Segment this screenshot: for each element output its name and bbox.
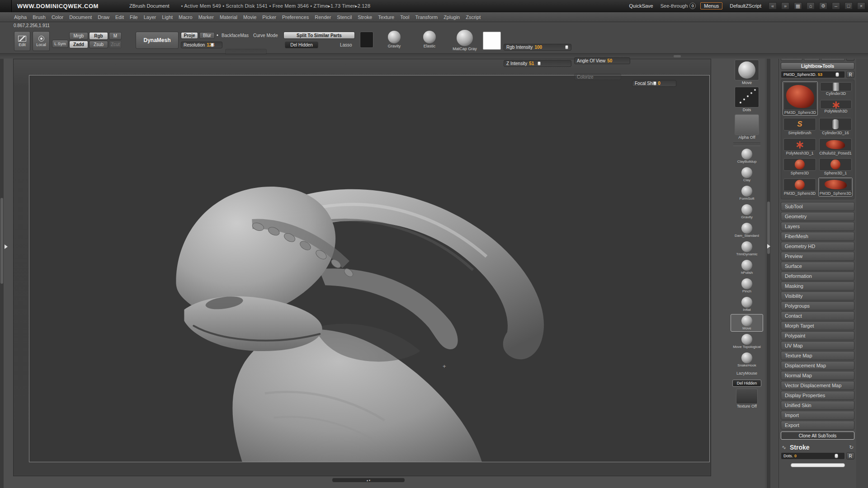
section-geometry[interactable]: Geometry (781, 212, 854, 221)
brush-claybuildup[interactable]: ClayBuildup (731, 147, 763, 165)
menu-render[interactable]: Render (312, 14, 333, 21)
menu-layer[interactable]: Layer (142, 14, 159, 21)
quicksave-button[interactable]: QuickSave (627, 2, 656, 9)
section-vector-displacement-map[interactable]: Vector Displacement Map (781, 381, 854, 390)
dynamesh-button[interactable]: DynaMesh (136, 32, 179, 49)
lightbox-tools-button[interactable]: Lightbox▸Tools (781, 62, 854, 70)
stroke-r-button[interactable]: R (846, 452, 854, 460)
brush-hpolish[interactable]: hPolish (731, 258, 763, 276)
focal-shift-slider[interactable]: Focal Shift 0 (632, 80, 676, 87)
menu-brush[interactable]: Brush (30, 14, 48, 21)
dock-right-icon[interactable]: » (781, 2, 789, 9)
menu-texture[interactable]: Texture (376, 14, 396, 21)
layout-grid-icon[interactable]: ▦ (794, 2, 802, 9)
resolution-knob[interactable] (211, 43, 214, 47)
zsub-button[interactable]: Zsub (89, 41, 108, 48)
split-similar-parts-button[interactable]: Split To Similar Parts (283, 32, 355, 39)
home-icon[interactable]: ⌂ (807, 2, 815, 9)
current-brush-thumb[interactable]: Move (733, 60, 760, 85)
menu-stencil[interactable]: Stencil (335, 14, 354, 21)
section-fibermesh[interactable]: FiberMesh (781, 232, 854, 241)
right-tray-scrollbar[interactable] (767, 59, 770, 488)
zscript-button[interactable]: DefaultZScript (727, 2, 764, 9)
curve-mode-button[interactable]: Curve Mode (253, 32, 278, 39)
stroke-refresh-icon[interactable]: ↻ (848, 444, 854, 450)
brush-trimdynamic[interactable]: TrimDynamic (731, 240, 763, 258)
tool-cylinder3d[interactable]: Cylinder3D (819, 81, 853, 98)
dock-left-icon[interactable]: « (769, 2, 777, 9)
section-subtool[interactable]: SubTool (781, 202, 854, 211)
menu-zplugin[interactable]: Zplugin (441, 14, 462, 21)
tool-pm3d-sphere3d-2[interactable]: PM3D_Sphere3D (783, 178, 817, 197)
document-canvas[interactable]: + (29, 75, 710, 462)
menu-draw[interactable]: Draw (95, 14, 112, 21)
elastic-brush-thumb[interactable]: Elastic (415, 31, 444, 48)
menu-edit[interactable]: Edit (113, 14, 126, 21)
lasso-button[interactable]: Lasso (340, 42, 352, 48)
brush-inflat[interactable]: Inflat (731, 296, 763, 313)
menu-tool[interactable]: Tool (398, 14, 411, 21)
preferences-gear-icon[interactable]: ⚙ (819, 2, 827, 9)
stroke-wave-icon[interactable]: ∿ (781, 444, 787, 450)
brush-clay[interactable]: Clay (731, 166, 763, 183)
section-contact[interactable]: Contact (781, 311, 854, 320)
current-tool-slider[interactable]: PM3D_Sphere3D. 53 (781, 71, 845, 78)
lazymouse-toggle[interactable]: LazyMouse (731, 370, 763, 377)
matcap-material-thumb[interactable]: MatCap Gray (450, 30, 479, 51)
gravity-brush-thumb[interactable]: Gravity (380, 31, 409, 48)
brush-pinch[interactable]: Pinch (731, 277, 763, 295)
tool-pm3d-sphere3d-selected[interactable]: PM3D_Sphere3D (783, 81, 818, 116)
stroke-preview-swatch[interactable] (360, 32, 373, 48)
right-tray-toggle-arrow[interactable] (767, 244, 770, 249)
menu-picker[interactable]: Picker (260, 14, 278, 21)
brush-move-selected[interactable]: Move (731, 314, 763, 332)
menu-macro[interactable]: Macro (176, 14, 195, 21)
left-scroll-handle[interactable] (0, 198, 3, 284)
menu-material[interactable]: Material (217, 14, 240, 21)
left-tray-scrollbar[interactable] (0, 59, 4, 488)
menu-color[interactable]: Color (49, 14, 66, 21)
rgb-intensity-knob[interactable] (565, 45, 568, 49)
section-geometry-hd[interactable]: Geometry HD (781, 242, 854, 251)
current-texture-thumb[interactable]: Texture Off (733, 389, 760, 408)
menus-toggle-button[interactable]: Menus (700, 2, 722, 9)
menu-movie[interactable]: Movie (241, 14, 259, 21)
mrgb-button[interactable]: Mrgb (69, 32, 88, 40)
local-button[interactable]: Local (33, 31, 50, 51)
menu-preferences[interactable]: Preferences (280, 14, 311, 21)
section-masking[interactable]: Masking (781, 282, 854, 291)
del-hidden-button[interactable]: Del Hidden (285, 42, 318, 48)
section-layers[interactable]: Layers (781, 222, 854, 231)
m-button[interactable]: M (109, 32, 122, 40)
tool-cylinder3d-16[interactable]: Cylinder3D_16 (818, 117, 853, 136)
sculpt-viewport[interactable] (29, 75, 710, 462)
z-intensity-slider[interactable]: Z Intensity 51 (504, 60, 571, 67)
current-stroke-thumb[interactable]: Dots (733, 87, 760, 112)
backface-mask-button[interactable]: BackfaceMas (222, 32, 249, 39)
menu-file[interactable]: File (127, 14, 140, 21)
section-preview[interactable]: Preview (781, 252, 854, 261)
section-unified-skin[interactable]: Unified Skin (781, 401, 854, 410)
stroke-dots-knob[interactable] (835, 454, 838, 458)
scroll-down-icon[interactable]: ▾ (369, 479, 370, 482)
scroll-up-icon[interactable]: ▴ (367, 479, 368, 482)
brush-formsoft[interactable]: FormSoft (731, 184, 763, 202)
section-texture-map[interactable]: Texture Map (781, 351, 854, 360)
tool-cthulu02-posed1[interactable]: Cthulu02_Posed1 (818, 137, 853, 156)
tool-sphere3d[interactable]: Sphere3D (783, 157, 817, 176)
section-polypaint[interactable]: Polypaint (781, 331, 854, 340)
divider-handle[interactable] (674, 55, 681, 57)
tool-polymesh3d[interactable]: ∗ PolyMesh3D (819, 99, 853, 116)
section-uv-map[interactable]: UV Map (781, 341, 854, 350)
tool-sphere3d-1[interactable]: Sphere3D_1 (818, 157, 853, 176)
menu-light[interactable]: Light (160, 14, 175, 21)
menu-document[interactable]: Document (67, 14, 94, 21)
blur-dot-icon[interactable] (216, 34, 219, 37)
left-tray-toggle-arrow[interactable] (5, 244, 8, 249)
close-icon[interactable]: × (857, 2, 865, 9)
stroke-partial-slider[interactable] (791, 463, 845, 467)
brush-gravity[interactable]: Gravity (731, 203, 763, 221)
color-swatch[interactable] (483, 32, 501, 50)
maximize-icon[interactable]: □ (844, 2, 853, 9)
section-deformation[interactable]: Deformation (781, 272, 854, 281)
